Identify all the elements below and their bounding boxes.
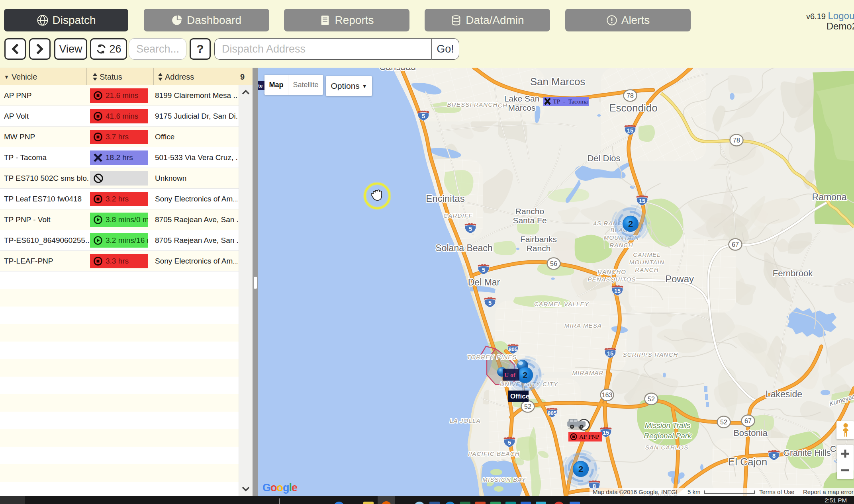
svg-text:AP PNP: AP PNP [579, 434, 599, 440]
svg-text:Carlsbad: Carlsbad [379, 68, 416, 72]
svg-text:Regional Park: Regional Park [644, 432, 692, 440]
svg-text:163: 163 [602, 392, 613, 399]
svg-text:67: 67 [744, 418, 752, 424]
svg-text:Escondido: Escondido [609, 102, 657, 114]
svg-text:56: 56 [550, 260, 557, 267]
svg-text:Poway: Poway [665, 273, 694, 284]
svg-text:RANCH: RANCH [635, 266, 658, 273]
svg-text:PEÑASQUITOS: PEÑASQUITOS [588, 276, 636, 283]
svg-text:15: 15 [603, 430, 609, 436]
svg-text:El Cajon: El Cajon [728, 456, 767, 468]
svg-text:15: 15 [639, 198, 645, 204]
svg-text:805: 805 [548, 410, 557, 416]
svg-text:PACIFIC BEACH: PACIFIC BEACH [468, 450, 520, 457]
svg-text:SCRIPPS RANCH: SCRIPPS RANCH [623, 351, 678, 358]
svg-text:SAN CARLOS: SAN CARLOS [645, 444, 689, 451]
svg-text:15: 15 [627, 127, 633, 134]
svg-text:TORREY PINES: TORREY PINES [467, 354, 517, 360]
svg-text:Marcos: Marcos [508, 103, 536, 112]
svg-text:BRESSI RANCH: BRESSI RANCH [447, 101, 498, 108]
svg-text:Fernbrook: Fernbrook [773, 268, 813, 278]
svg-text:52: 52 [524, 403, 531, 410]
svg-text:CARDIFF: CARDIFF [443, 212, 472, 219]
svg-text:MIRAMAR: MIRAMAR [572, 369, 603, 376]
svg-text:Office: Office [510, 393, 529, 400]
svg-text:CARMEL: CARMEL [633, 251, 661, 258]
svg-text:Santa Fe: Santa Fe [513, 216, 546, 225]
svg-text:Lakeside: Lakeside [766, 389, 802, 399]
svg-text:Lake San: Lake San [504, 94, 540, 103]
svg-text:Solana Beach: Solana Beach [435, 243, 492, 253]
svg-text:TP - Tacoma: TP - Tacoma [553, 98, 588, 105]
svg-text:52: 52 [720, 419, 727, 426]
svg-text:Ramona: Ramona [812, 192, 847, 202]
svg-text:5: 5 [482, 267, 485, 273]
svg-text:LA JOLLA: LA JOLLA [450, 417, 480, 424]
svg-text:52: 52 [648, 396, 655, 402]
svg-text:San Marcos: San Marcos [530, 76, 586, 88]
svg-text:805: 805 [509, 346, 518, 352]
svg-text:Bostonia: Bostonia [733, 428, 768, 438]
svg-text:5: 5 [488, 300, 492, 306]
svg-text:RANCH: RANCH [609, 242, 633, 248]
svg-text:MOUNTAIN: MOUNTAIN [629, 259, 664, 266]
svg-text:Granite Hills: Granite Hills [783, 448, 831, 458]
svg-text:MISSION BAY: MISSION BAY [482, 476, 526, 483]
svg-text:78: 78 [627, 92, 634, 99]
svg-text:15: 15 [614, 288, 621, 294]
svg-text:Del Dios: Del Dios [587, 153, 620, 163]
svg-text:Mission Trails: Mission Trails [645, 421, 691, 430]
svg-text:15: 15 [607, 350, 613, 357]
svg-text:2: 2 [578, 464, 583, 474]
svg-text:2: 2 [523, 370, 527, 380]
svg-text:Rancho: Rancho [515, 207, 544, 216]
svg-text:78: 78 [733, 137, 740, 144]
svg-text:Ranch: Ranch [527, 244, 551, 253]
svg-text:67: 67 [732, 241, 739, 248]
svg-text:2: 2 [628, 219, 633, 229]
svg-text:U of: U of [504, 371, 516, 378]
svg-text:Del Mar: Del Mar [468, 277, 500, 287]
svg-text:8: 8 [772, 453, 776, 459]
svg-text:MIRA MESA: MIRA MESA [564, 322, 602, 329]
svg-text:5: 5 [422, 113, 425, 119]
svg-text:5: 5 [508, 440, 511, 446]
svg-text:Fairbanks: Fairbanks [520, 234, 557, 244]
svg-text:CARMEL VALLEY: CARMEL VALLEY [534, 301, 589, 307]
svg-text:RANCHO: RANCHO [597, 268, 626, 275]
svg-text:Encinitas: Encinitas [426, 193, 464, 204]
svg-text:5: 5 [469, 226, 472, 232]
